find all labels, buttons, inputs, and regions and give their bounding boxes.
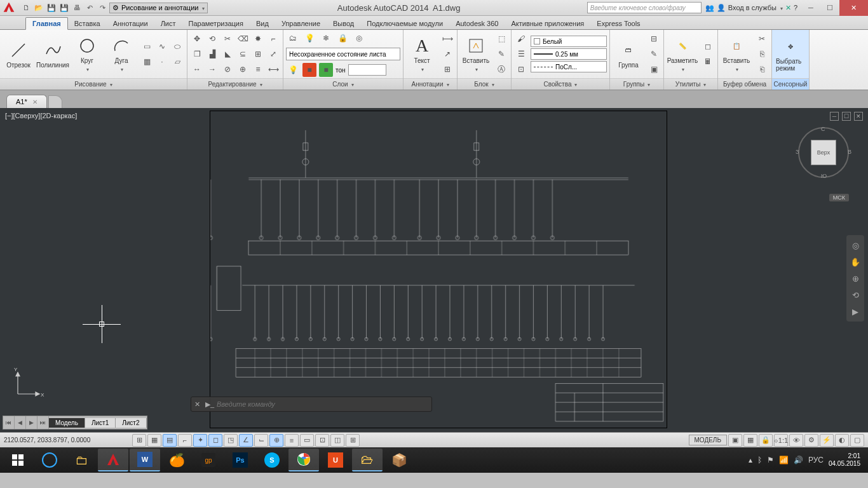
- otrack-icon[interactable]: ∠: [239, 434, 253, 447]
- point-icon[interactable]: ·: [155, 55, 169, 69]
- tab-layout2[interactable]: Лист2: [116, 418, 146, 428]
- text-button[interactable]: AТекст: [406, 34, 438, 74]
- steering-wheel-icon[interactable]: ◎: [849, 239, 862, 252]
- extend-icon[interactable]: →: [205, 62, 219, 76]
- rectangle-icon[interactable]: ▭: [140, 39, 154, 53]
- undo-icon[interactable]: ↶: [84, 2, 95, 13]
- orbit-icon[interactable]: ⟲: [849, 288, 862, 301]
- taskbar-explorer2[interactable]: 🗁: [352, 449, 383, 471]
- copy-clip-icon[interactable]: ⎘: [755, 47, 769, 61]
- viewcube-east[interactable]: В: [848, 149, 851, 155]
- layer-iso-icon[interactable]: ◎: [352, 31, 366, 45]
- tray-clock[interactable]: 2:0104.05.2015: [829, 452, 860, 468]
- save-icon[interactable]: 💾: [46, 2, 57, 13]
- quickview-drawings-icon[interactable]: ▦: [743, 434, 757, 447]
- attr-block-icon[interactable]: Ⓐ: [494, 62, 508, 76]
- lineweight-dropdown[interactable]: 0.25 мм: [531, 48, 607, 60]
- viewcube-north[interactable]: С: [821, 126, 825, 132]
- ducs-icon[interactable]: ⌙: [254, 434, 268, 447]
- panel-utils-title[interactable]: Утилиты: [664, 78, 717, 90]
- drawing-canvas[interactable]: [−][Сверху][2D-каркас] ─ ☐ ✕: [0, 108, 868, 432]
- tab-insert[interactable]: Вставка: [68, 18, 107, 29]
- pan-icon[interactable]: ✋: [849, 255, 862, 268]
- table-icon[interactable]: ⊞: [440, 62, 454, 76]
- app-menu-button[interactable]: [0, 0, 18, 16]
- tpy-icon[interactable]: ▭: [300, 434, 314, 447]
- panel-modify-title[interactable]: Редактирование: [187, 78, 283, 90]
- panel-clip-title[interactable]: Буфер обмена: [718, 78, 771, 90]
- saveas-icon[interactable]: 💾: [58, 2, 70, 13]
- layer-state-dropdown[interactable]: Несохраненное состояние листа: [286, 48, 400, 60]
- taskbar-guitarpro[interactable]: gp: [193, 449, 224, 471]
- matchprop-icon[interactable]: 🖌: [514, 32, 528, 46]
- am-icon[interactable]: ⊞: [346, 434, 360, 447]
- viewport-label[interactable]: [−][Сверху][2D-каркас]: [5, 112, 77, 119]
- tab-home[interactable]: Главная: [25, 17, 68, 30]
- wcs-label[interactable]: МСК: [829, 194, 849, 201]
- zoom-extents-icon[interactable]: ⊕: [849, 272, 862, 285]
- select-all-icon[interactable]: ◻: [701, 39, 715, 53]
- lengthen-icon[interactable]: ⟷: [266, 62, 280, 76]
- panel-block-title[interactable]: Блок: [458, 78, 511, 90]
- taskbar-explorer[interactable]: 🗀: [66, 449, 97, 471]
- layer-match-icon[interactable]: 💡: [286, 63, 300, 77]
- layer-freeze-icon[interactable]: ❄: [319, 31, 333, 45]
- align-icon[interactable]: ≡: [251, 62, 265, 76]
- break-icon[interactable]: ⊘: [220, 62, 234, 76]
- taskbar-autocad[interactable]: [98, 449, 128, 471]
- vp-minimize-icon[interactable]: ─: [830, 112, 839, 121]
- lwt-icon[interactable]: ≡: [285, 434, 299, 447]
- ellipse-icon[interactable]: ⬭: [170, 39, 184, 53]
- layer-lock-icon[interactable]: 🔒: [336, 31, 349, 45]
- arc-button[interactable]: Дуга: [105, 34, 137, 74]
- panel-touch-title[interactable]: Сенсорный: [772, 78, 809, 90]
- panel-draw-title[interactable]: Рисование: [0, 78, 187, 90]
- hatch-icon[interactable]: ▦: [140, 55, 154, 69]
- taskbar-skype[interactable]: S: [257, 449, 287, 471]
- list-icon[interactable]: ☰: [514, 47, 528, 61]
- cut-icon[interactable]: ✂: [755, 32, 769, 46]
- tray-net-icon[interactable]: 📶: [779, 456, 789, 464]
- cmdline-close-icon[interactable]: ✕: [191, 400, 203, 409]
- tab-model[interactable]: Модель: [49, 418, 85, 428]
- viewcube-west[interactable]: З: [796, 149, 799, 155]
- layout-last-icon[interactable]: ⏭: [37, 416, 49, 429]
- layer-off-icon[interactable]: 💡: [302, 31, 316, 45]
- 3dosnap-icon[interactable]: ◳: [224, 434, 238, 447]
- start-button[interactable]: [3, 449, 33, 471]
- workspace-switch-icon[interactable]: ⚙: [804, 434, 818, 447]
- osnap-icon[interactable]: ◻: [208, 434, 222, 447]
- group-bbox-icon[interactable]: ▣: [647, 62, 661, 76]
- tab-express[interactable]: Express Tools: [590, 18, 646, 29]
- help-icon[interactable]: ?: [794, 4, 797, 11]
- layout-next-icon[interactable]: ▶: [26, 416, 37, 429]
- taskbar-word[interactable]: W: [130, 449, 160, 471]
- tray-lang[interactable]: РУС: [808, 456, 824, 464]
- clean-screen-icon[interactable]: ▢: [850, 434, 864, 447]
- chamfer-icon[interactable]: ◣: [220, 47, 234, 61]
- exchange-icon[interactable]: ✕: [785, 4, 791, 12]
- edit-block-icon[interactable]: ✎: [494, 47, 508, 61]
- taskbar-app-orange[interactable]: U: [320, 449, 351, 471]
- scale-icon[interactable]: ⤢: [266, 47, 280, 61]
- region-icon[interactable]: ▱: [170, 55, 184, 69]
- panel-groups-title[interactable]: Группы: [610, 78, 663, 90]
- layer-on-icon[interactable]: ■: [319, 63, 333, 77]
- plot-icon[interactable]: 🖶: [71, 2, 83, 13]
- signin-area[interactable]: 👥 👤 Вход в службы ✕ ?: [702, 4, 801, 12]
- polyline-button[interactable]: Полилиния: [37, 39, 69, 70]
- tray-vol-icon[interactable]: 🔊: [794, 456, 803, 464]
- mirror-icon[interactable]: ▟: [205, 47, 219, 61]
- circle-button[interactable]: Круг: [71, 34, 103, 74]
- tab-output[interactable]: Вывод: [327, 18, 360, 29]
- taskbar-flstudio[interactable]: 🍊: [161, 449, 192, 471]
- panel-props-title[interactable]: Свойства: [512, 78, 609, 90]
- command-input[interactable]: [217, 400, 431, 408]
- fillet-icon[interactable]: ⌐: [266, 32, 280, 46]
- vp-maximize-icon[interactable]: ☐: [842, 112, 851, 121]
- annoscale-val[interactable]: ⟐ 1:1: [774, 434, 788, 447]
- open-icon[interactable]: 📂: [33, 2, 44, 13]
- close-button[interactable]: ✕: [839, 0, 868, 16]
- linetype-dropdown[interactable]: ПоСл...: [531, 61, 607, 72]
- sc-icon[interactable]: ◫: [330, 434, 344, 447]
